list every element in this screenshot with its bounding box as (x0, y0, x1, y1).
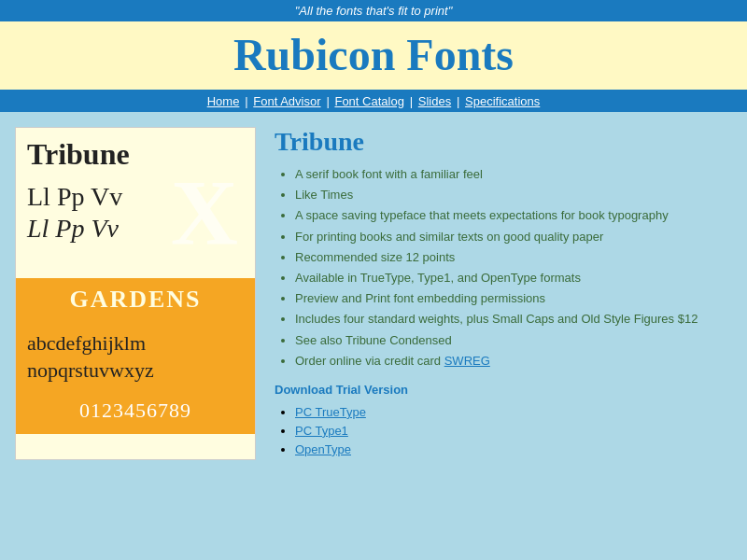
main-content: Tribune Ll Pp Vv Ll Pp Vv X GARDENS abcd… (0, 112, 747, 475)
font-preview-panel: Tribune Ll Pp Vv Ll Pp Vv X GARDENS abcd… (15, 127, 256, 460)
digits-text: 0123456789 (16, 399, 255, 423)
feature-8: Includes four standard weights, plus Sma… (295, 311, 732, 328)
big-x-decoration: X (171, 166, 238, 259)
download-label: Download Trial Version (275, 383, 732, 397)
nav-bar: Home | Font Advisor | Font Catalog | Sli… (0, 90, 747, 112)
feature-10: Order online via credit card SWREG (295, 353, 732, 370)
feature-7: Preview and Print font embedding permiss… (295, 290, 732, 307)
feature-9: See also Tribune Condensed (295, 332, 732, 349)
feature-6: Available in TrueType, Type1, and OpenTy… (295, 270, 732, 287)
nav-font-catalog[interactable]: Font Catalog (334, 94, 403, 108)
swreg-link[interactable]: SWREG (444, 354, 490, 368)
download-opentype-link[interactable]: OpenType (295, 442, 351, 456)
font-info-panel: Tribune A serif book font with a familia… (275, 127, 732, 460)
feature-1: A serif book font with a familiar feel (295, 166, 732, 183)
features-list: A serif book font with a familiar feel L… (275, 166, 732, 370)
feature-5: Recommended size 12 points (295, 249, 732, 266)
nav-slides[interactable]: Slides (418, 94, 451, 108)
nav-home[interactable]: Home (207, 94, 240, 108)
digits-area: 0123456789 (16, 393, 255, 434)
alphabet-line1: abcdefghijklm nopqrstuvwxyz (27, 330, 244, 384)
nav-specifications[interactable]: Specifications (465, 94, 540, 108)
alphabet-area: abcdefghijklm nopqrstuvwxyz (16, 321, 255, 393)
tagline: "All the fonts that's fit to print" (0, 4, 747, 18)
header-bar: "All the fonts that's fit to print" (0, 0, 747, 21)
font-info-title: Tribune (275, 127, 732, 157)
nav-sep-3: | (410, 94, 416, 108)
site-title-bar: Rubicon Fonts (0, 21, 747, 90)
gardens-text: GARDENS (16, 286, 255, 314)
feature-4: For printing books and similar texts on … (295, 229, 732, 245)
download-pc-type1-link[interactable]: PC Type1 (295, 424, 348, 438)
feature-3: A space saving typeface that meets expec… (295, 207, 732, 224)
specimen-area: Ll Pp Vv Ll Pp Vv X (16, 175, 255, 278)
nav-font-advisor[interactable]: Font Advisor (253, 94, 320, 108)
download-pc-truetype: PC TrueType (295, 404, 732, 419)
download-pc-type1: PC Type1 (295, 423, 732, 438)
feature-2: Like Times (295, 187, 732, 203)
gardens-area: GARDENS (16, 278, 255, 321)
nav-sep-4: | (457, 94, 463, 108)
download-opentype: OpenType (295, 441, 732, 456)
site-title: Rubicon Fonts (0, 29, 747, 80)
download-pc-truetype-link[interactable]: PC TrueType (295, 405, 366, 419)
download-list: PC TrueType PC Type1 OpenType (275, 404, 732, 456)
nav-sep-2: | (326, 94, 332, 108)
nav-sep-1: | (245, 94, 251, 108)
